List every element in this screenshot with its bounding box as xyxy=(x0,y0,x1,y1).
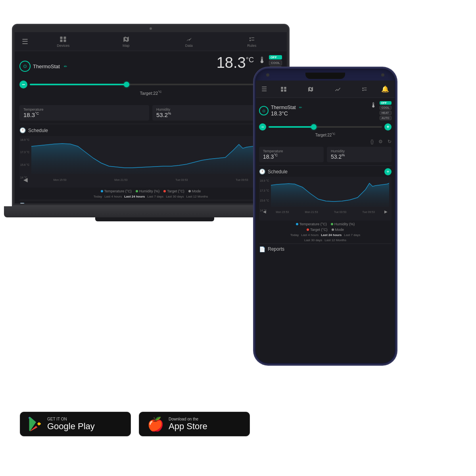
phone-nav: ☰ 🔔 xyxy=(256,81,395,98)
phone-nav-data[interactable] xyxy=(325,86,350,92)
phone-thermo-title: ThermoStat xyxy=(271,105,296,110)
chart-x-labels: Mon 15:53 Mon 21:53 Tue 03:53 Tue 09:53 xyxy=(28,178,274,181)
store-buttons: GET IT ON Google Play 🍎 Download on the … xyxy=(20,412,250,436)
phone-time-filters-2: Last 30 days Last 12 Months xyxy=(259,238,392,242)
legend-humidity: Humidity (%) xyxy=(136,189,160,193)
phone-filter-7d[interactable]: Last 7 days xyxy=(344,233,360,237)
edit-icon[interactable]: ✏ xyxy=(64,64,67,69)
phone-settings-icon[interactable]: ⚙ xyxy=(378,139,383,144)
chart-container: 18.9 °C 17.3 °C 15.6 °C 14 °C xyxy=(19,136,282,188)
phone-screen: ☰ 🔔 ⊙ xyxy=(256,81,395,363)
google-play-icon xyxy=(28,417,42,431)
phone-slider-decrease-btn[interactable]: − xyxy=(259,123,266,131)
nav-label-map: Map xyxy=(123,44,130,48)
mode-off-btn[interactable]: OFF xyxy=(269,55,282,60)
slider-track[interactable] xyxy=(30,84,272,85)
laptop-camera xyxy=(150,27,152,30)
phone-legend-dot-target xyxy=(307,228,309,231)
x-label-1: Mon 21:53 xyxy=(114,178,127,181)
y-label-3: 14 °C xyxy=(20,176,29,179)
filter-24h[interactable]: Last 24 hours xyxy=(124,195,145,198)
mode-cool-btn[interactable]: COOL xyxy=(269,60,282,65)
svg-rect-1 xyxy=(64,36,66,39)
temperature-label: Temperature xyxy=(23,107,145,111)
x-label-0: Mon 15:53 xyxy=(53,178,66,181)
nav-item-rules[interactable]: Rules xyxy=(221,34,283,49)
phone-nav-map[interactable] xyxy=(298,86,323,92)
laptop-screen: ☰ Devices Map Data Rules xyxy=(15,32,287,203)
filter-30d[interactable]: Last 30 days xyxy=(166,195,184,198)
phone-filter-30d[interactable]: Last 30 days xyxy=(304,238,322,242)
thermo-title: ThermoStat xyxy=(33,63,60,69)
phone-filter-today[interactable]: Today xyxy=(290,233,299,237)
filter-7d[interactable]: Last 7 days xyxy=(147,195,163,198)
phone-edit-icon[interactable]: ✏ xyxy=(299,106,302,109)
phone-temperature-value: 18.3°C xyxy=(263,153,320,160)
phone-filter-24h[interactable]: Last 24 hours xyxy=(321,233,342,237)
phone-time-filters: Today Last 4 hours Last 24 hours Last 7 … xyxy=(259,233,392,237)
phone-bell-btn[interactable]: 🔔 xyxy=(379,85,392,93)
chart-svg xyxy=(31,138,280,174)
app-store-button[interactable]: 🍎 Download on the App Store xyxy=(139,412,250,436)
svg-rect-7 xyxy=(284,89,286,91)
phone-chart-svg xyxy=(271,179,389,207)
phone-thermo-right: 🌡 OFF COOL HEAT AUTO xyxy=(370,101,392,120)
phone-slider-track[interactable] xyxy=(269,126,382,128)
phone-slider-row: − + xyxy=(259,123,392,131)
temp-unit: °C xyxy=(246,56,254,64)
svg-rect-5 xyxy=(284,87,286,89)
google-play-button[interactable]: GET IT ON Google Play xyxy=(20,412,131,436)
phone-schedule-label: Schedule xyxy=(268,169,288,175)
laptop-body: ☰ Devices Map Data Rules xyxy=(12,24,290,206)
phone-reports-icon: 📄 xyxy=(259,246,265,252)
phone-mode-off-btn[interactable]: OFF xyxy=(380,101,392,105)
phone-menu-btn[interactable]: ☰ xyxy=(259,85,269,93)
phone-reports-label: Reports xyxy=(268,246,284,252)
phone-thermo-controls: OFF COOL HEAT AUTO xyxy=(380,101,392,120)
phone-target-display: Target:22°C xyxy=(259,132,392,137)
nav-item-data[interactable]: Data xyxy=(158,34,220,49)
nav-item-map[interactable]: Map xyxy=(95,34,157,49)
nav-label-rules: Rules xyxy=(247,44,256,48)
legend-dot-mode xyxy=(188,190,191,192)
phone-humidity-value: 53.2% xyxy=(331,153,388,160)
phone-mode-auto-btn[interactable]: AUTO xyxy=(380,116,392,120)
slider-decrease-btn[interactable]: − xyxy=(19,81,27,88)
phone-thermo-icon: ⊙ xyxy=(259,106,269,115)
phone-code-icon[interactable]: {} xyxy=(370,139,374,144)
laptop-base xyxy=(4,206,298,217)
filter-today[interactable]: Today xyxy=(94,195,102,198)
legend-mode: Mode xyxy=(188,189,201,193)
clock-icon: 🕐 xyxy=(19,127,26,133)
phone-chart-container: 18.9 °C 17.3 °C 15.6 °C 14 °C xyxy=(259,177,392,221)
filter-4h[interactable]: Last 4 hours xyxy=(104,195,122,198)
phone-nav-devices[interactable] xyxy=(271,86,296,92)
phone-reports-row: 📄 Reports xyxy=(259,244,392,252)
phone-legend-temperature: Temperature (°C) xyxy=(296,222,327,226)
phone-device: ☰ 🔔 ⊙ xyxy=(254,67,401,369)
filter-12m[interactable]: Last 12 Months xyxy=(186,195,208,198)
phone-y-label-3: 14 °C xyxy=(260,209,269,212)
phone-thermometer-icon: 🌡 xyxy=(370,101,377,109)
phone-filter-12m[interactable]: Last 12 Months xyxy=(324,238,346,242)
temperature-display: 18.3°C xyxy=(217,54,254,71)
phone-mode-heat-btn[interactable]: HEAT xyxy=(380,111,392,115)
phone-legend-humidity: Humidity (%) xyxy=(331,222,355,226)
phone-schedule-add-btn[interactable]: + xyxy=(384,168,392,175)
phone-camera-right xyxy=(381,73,384,77)
phone-refresh-icon[interactable]: ↻ xyxy=(388,139,392,144)
phone-schedule-row: 🕐 Schedule + xyxy=(259,165,392,175)
phone-camera-left xyxy=(266,73,269,77)
phone-mode-cool-btn[interactable]: COOL xyxy=(380,106,392,110)
chart-y-labels: 18.9 °C 17.3 °C 15.6 °C 14 °C xyxy=(20,138,29,179)
menu-button[interactable]: ☰ xyxy=(19,37,31,46)
phone-legend-mode: Mode xyxy=(332,228,344,232)
phone-filter-4h[interactable]: Last 4 hours xyxy=(301,233,319,237)
reports-row: 📄 Reports xyxy=(19,200,282,203)
phone-nav-rules[interactable] xyxy=(352,86,377,92)
phone-chart-next-btn[interactable]: ▶ xyxy=(384,209,388,214)
phone-notch xyxy=(305,73,345,79)
nav-item-devices[interactable]: Devices xyxy=(32,34,94,49)
phone-slider-fill xyxy=(269,126,314,128)
phone-slider-increase-btn[interactable]: + xyxy=(384,123,392,131)
